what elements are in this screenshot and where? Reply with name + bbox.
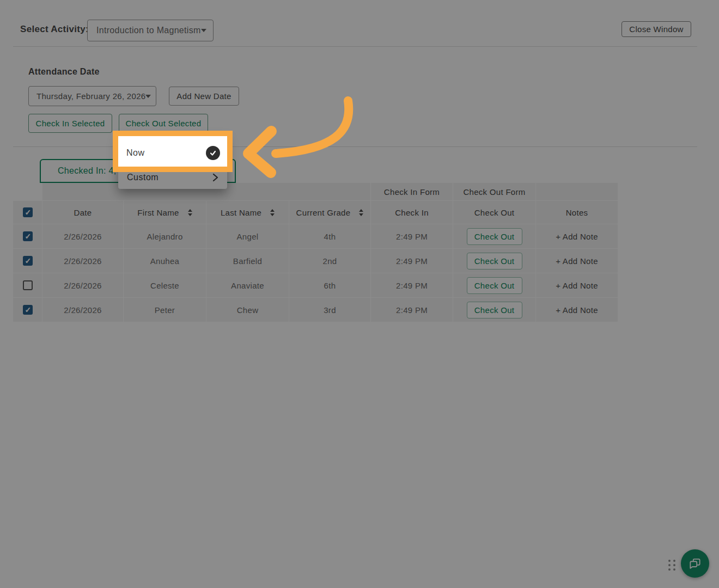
check-circle-icon: [206, 146, 220, 160]
dim-overlay: [0, 0, 719, 588]
highlight-box: Now: [113, 131, 233, 172]
menu-item-now-highlighted[interactable]: Now: [118, 139, 227, 167]
